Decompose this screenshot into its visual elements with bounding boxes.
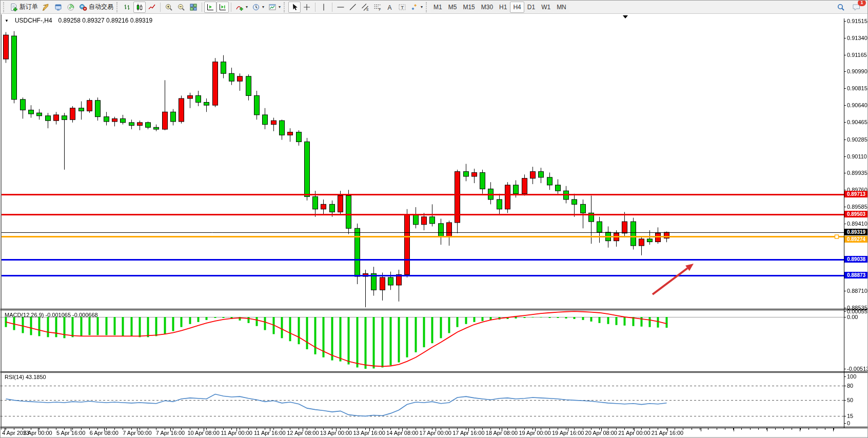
- search-button[interactable]: [835, 2, 847, 13]
- terminal-icon: [54, 3, 63, 11]
- zoom-out-button[interactable]: [175, 2, 187, 13]
- terminal-button[interactable]: [52, 2, 65, 13]
- candlestick-chart-icon: [135, 3, 144, 11]
- tile-windows-button[interactable]: [187, 2, 200, 13]
- signals-icon: [67, 3, 75, 11]
- toolbar-grip[interactable]: [284, 2, 286, 12]
- timeframe-button-w1[interactable]: W1: [538, 2, 554, 13]
- dropdown-caret-icon: ▾: [262, 5, 264, 9]
- toolbar-grip[interactable]: [3, 2, 6, 12]
- timeframe-button-h1[interactable]: H1: [496, 2, 510, 13]
- bar-chart-button[interactable]: [121, 2, 133, 13]
- channel-icon: E: [361, 3, 369, 11]
- zoom-out-icon: [177, 3, 185, 11]
- dropdown-caret-icon: ▾: [246, 5, 248, 9]
- price-chart-canvas[interactable]: [1, 14, 868, 438]
- templates-button[interactable]: ▾: [266, 2, 283, 13]
- toolbar-grip[interactable]: [426, 2, 428, 12]
- svg-text:T: T: [401, 5, 404, 10]
- horizontal-line-tool-button[interactable]: [334, 2, 347, 13]
- metaeditor-icon: [42, 3, 50, 11]
- vertical-line-icon: [320, 3, 328, 11]
- chart-title: ▼ USDCHF-,H4 0.89258 0.89327 0.89216 0.8…: [5, 17, 152, 24]
- bar-chart-icon: [123, 3, 131, 11]
- auto-scroll-button[interactable]: [204, 2, 216, 13]
- panel-collapse-arrow-icon[interactable]: [623, 15, 628, 18]
- cursor-arrow-icon: [290, 3, 299, 11]
- notification-badge: 1: [858, 0, 866, 6]
- toolbar-grip[interactable]: [116, 2, 119, 12]
- new-order-label: 新订单: [19, 3, 38, 11]
- arrows-icon: [410, 3, 419, 11]
- zoom-in-icon: [165, 3, 173, 11]
- indicators-button[interactable]: ▾: [233, 2, 250, 13]
- crosshair-button[interactable]: [301, 2, 313, 13]
- tile-windows-icon: [189, 3, 198, 11]
- trendline-icon: [349, 3, 357, 11]
- timeframe-button-d1[interactable]: D1: [524, 2, 538, 13]
- timeframe-button-m30[interactable]: M30: [478, 2, 496, 13]
- line-chart-button[interactable]: [146, 2, 158, 13]
- timeframe-button-mn[interactable]: MN: [554, 2, 569, 13]
- text-label-icon: T: [398, 3, 406, 11]
- autotrading-icon: [79, 3, 87, 11]
- new-order-icon: [10, 3, 18, 11]
- toolbar-separator: [160, 3, 161, 12]
- chart-window: ▼ USDCHF-,H4 0.89258 0.89327 0.89216 0.8…: [1, 14, 868, 438]
- auto-scroll-icon: [206, 3, 214, 11]
- timeframe-button-m15[interactable]: M15: [460, 2, 478, 13]
- timeframe-button-m5[interactable]: M5: [445, 2, 460, 13]
- toolbar-separator: [332, 3, 332, 12]
- timeframe-button-m1[interactable]: M1: [430, 2, 445, 13]
- cursor-button[interactable]: [288, 2, 301, 13]
- line-chart-icon: [148, 3, 156, 11]
- fibonacci-tool-button[interactable]: F: [371, 2, 384, 13]
- chart-menu-arrow-icon[interactable]: ▼: [5, 18, 9, 23]
- svg-text:A: A: [388, 4, 392, 11]
- metaeditor-button[interactable]: [40, 2, 52, 13]
- timeframe-button-h4[interactable]: H4: [510, 2, 524, 13]
- text-icon: A: [386, 3, 394, 11]
- crosshair-icon: [303, 3, 311, 11]
- timeframe-group: M1M5M15M30H1H4D1W1MN: [430, 2, 569, 13]
- toolbar-right-group: 1: [835, 2, 866, 13]
- chart-shift-icon: [219, 3, 227, 11]
- svg-text:F: F: [379, 8, 381, 11]
- trendline-tool-button[interactable]: [347, 2, 359, 13]
- autotrading-button[interactable]: 自动交易: [77, 2, 115, 13]
- zoom-in-button[interactable]: [163, 2, 175, 13]
- chat-button[interactable]: 1: [850, 2, 863, 13]
- toolbar-separator: [315, 3, 315, 12]
- text-tool-button[interactable]: A: [384, 2, 396, 13]
- dropdown-caret-icon: ▾: [421, 5, 423, 9]
- svg-text:E: E: [367, 7, 369, 11]
- indicators-icon: [235, 3, 244, 11]
- text-label-tool-button[interactable]: T: [396, 2, 408, 13]
- templates-icon: [268, 3, 277, 11]
- main-toolbar: 新订单: [1, 1, 867, 14]
- rsi-indicator-label: RSI(14) 43.1850: [5, 374, 46, 380]
- search-icon: [837, 3, 845, 11]
- horizontal-line-icon: [337, 3, 345, 11]
- clock-icon: [252, 3, 260, 11]
- symbol-period-label: USDCHF-,H4: [15, 17, 52, 24]
- macd-indicator-label: MACD(12,26,9) -0.001065 -0.000668: [5, 312, 98, 318]
- new-order-button[interactable]: 新订单: [8, 2, 40, 13]
- signals-button[interactable]: [65, 2, 77, 13]
- fibonacci-icon: F: [373, 3, 382, 11]
- autotrading-label: 自动交易: [89, 3, 113, 11]
- metatrader-window: 新订单: [0, 0, 868, 438]
- dropdown-caret-icon: ▾: [279, 5, 281, 9]
- vertical-line-tool-button[interactable]: [318, 2, 330, 13]
- toolbar-separator: [202, 3, 202, 12]
- toolbar-separator: [231, 3, 231, 12]
- ohlc-values: 0.89258 0.89327 0.89216 0.89319: [58, 17, 153, 24]
- periods-button[interactable]: ▾: [250, 2, 266, 13]
- chart-shift-button[interactable]: [216, 2, 229, 13]
- candlestick-chart-button[interactable]: [133, 2, 146, 13]
- arrows-tool-button[interactable]: ▾: [408, 2, 425, 13]
- equidistant-channel-tool-button[interactable]: E: [359, 2, 371, 13]
